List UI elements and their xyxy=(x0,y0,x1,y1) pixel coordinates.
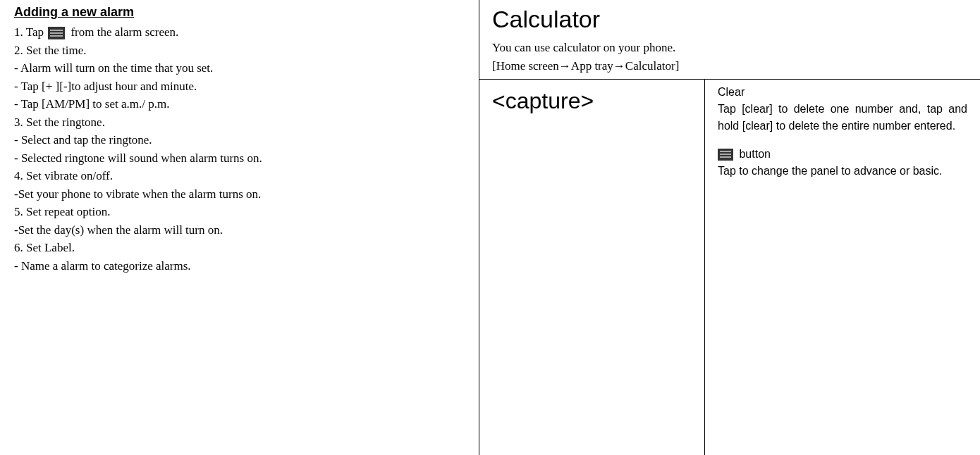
step-1-text-b: from the alarm screen. xyxy=(68,25,178,39)
step-6-sub1: - Name a alarm to categorize alarms. xyxy=(14,257,465,275)
spacer xyxy=(718,135,967,146)
panel-button-label: button xyxy=(736,148,771,160)
panel-button-body: Tap to change the panel to advance or ba… xyxy=(718,163,967,180)
step-2-sub1: - Alarm will turn on the time that you s… xyxy=(14,59,465,77)
step-2-sub3: - Tap [AM/PM] to set a.m./ p.m. xyxy=(14,95,465,113)
right-header: Calculator You can use calculator on you… xyxy=(479,0,980,80)
step-4-sub1: -Set your phone to vibrate when the alar… xyxy=(14,185,465,204)
clear-heading: Clear xyxy=(718,84,967,101)
step-1-text-a: 1. Tap xyxy=(14,25,47,39)
panel-button-line: button xyxy=(718,146,967,163)
step-5: 5. Set repeat option. xyxy=(14,203,465,221)
capture-column: <capture> xyxy=(479,80,705,455)
left-column: Adding a new alarm 1. Tap from the alarm… xyxy=(0,0,479,455)
calculator-title: Calculator xyxy=(492,1,967,37)
step-1: 1. Tap from the alarm screen. xyxy=(14,23,465,42)
navigation-path: [Home screen→App tray→Calculator] xyxy=(492,57,967,75)
step-5-sub1: -Set the day(s) when the alarm will turn… xyxy=(14,221,465,239)
clear-body: Tap [clear] to delete one number and, ta… xyxy=(718,101,967,135)
step-3: 3. Set the ringtone. xyxy=(14,113,465,132)
step-6: 6. Set Label. xyxy=(14,239,465,257)
right-body: <capture> Clear Tap [clear] to delete on… xyxy=(479,80,980,455)
right-column: Calculator You can use calculator on you… xyxy=(479,0,980,455)
clear-column: Clear Tap [clear] to delete one number a… xyxy=(705,80,980,455)
capture-placeholder: <capture> xyxy=(492,84,692,118)
section-heading-adding-alarm: Adding a new alarm xyxy=(14,3,465,22)
menu-icon xyxy=(718,149,733,161)
menu-icon xyxy=(48,27,65,39)
step-3-sub1: - Select and tap the ringtone. xyxy=(14,131,465,149)
step-2-sub2: - Tap [+ ][-]to adjust hour and minute. xyxy=(14,77,465,96)
step-2: 2. Set the time. xyxy=(14,42,465,60)
step-3-sub2: - Selected ringtone will sound when alar… xyxy=(14,149,465,168)
step-4: 4. Set vibrate on/off. xyxy=(14,167,465,185)
calculator-subtitle: You can use calculator on your phone. xyxy=(492,39,967,57)
